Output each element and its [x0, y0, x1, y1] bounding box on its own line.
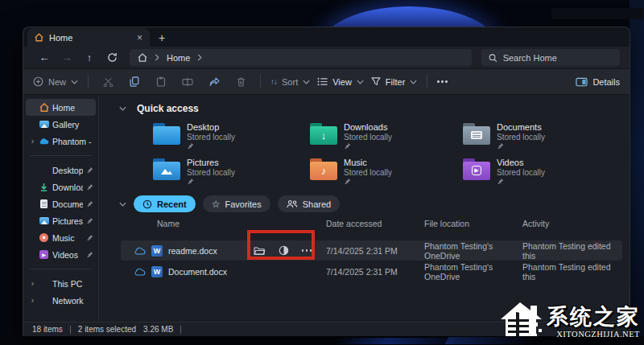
people-icon	[287, 199, 298, 208]
refresh-icon[interactable]	[101, 52, 123, 63]
downloads-icon	[39, 183, 49, 191]
onedrive-status-cloud-icon	[134, 247, 146, 255]
cut-button[interactable]	[98, 77, 118, 87]
toolbar-divider	[427, 75, 427, 88]
view-icon	[317, 77, 328, 86]
status-divider	[70, 326, 71, 334]
collapse-chevron-icon[interactable]	[119, 202, 126, 207]
forward-icon[interactable]: →	[56, 51, 78, 64]
file-row-readme[interactable]: W readme.docx 7/14/2025 2:31 PM Phantom …	[121, 240, 622, 261]
paste-button[interactable]	[151, 76, 171, 87]
tile-subtitle: Stored locally	[187, 168, 235, 177]
breadcrumb-item-home[interactable]: Home	[167, 53, 190, 63]
copy-button[interactable]	[125, 76, 144, 87]
watermark-title: 系统之家	[547, 306, 640, 328]
details-button[interactable]: Details	[576, 77, 620, 87]
tab-bar: Home × +	[23, 27, 630, 47]
chevron-down-icon	[71, 80, 78, 84]
quick-access-tile-pictures[interactable]: Pictures Stored locally	[153, 157, 310, 189]
desktop-icon	[39, 166, 49, 175]
sidebar-item-label: Home	[52, 103, 93, 113]
sidebar-item-pictures[interactable]: Pictures	[26, 212, 96, 229]
share-button[interactable]	[204, 77, 224, 87]
quick-access-header[interactable]: Quick access	[119, 103, 199, 114]
column-header-date[interactable]: Date accessed	[326, 219, 424, 228]
search-box[interactable]	[481, 49, 620, 66]
sidebar-item-desktop[interactable]: Desktop	[26, 162, 96, 179]
sidebar-item-label: Music	[52, 233, 83, 243]
filter-icon	[371, 77, 381, 86]
sidebar-item-gallery[interactable]: Gallery	[26, 116, 96, 133]
wallpaper-right-band	[630, 0, 644, 345]
tab-recent[interactable]: Recent	[134, 195, 196, 212]
quick-access-tile-videos[interactable]: ▶ Videos Stored locally	[463, 157, 620, 189]
new-button[interactable]: New	[33, 76, 78, 87]
new-tab-button[interactable]: +	[150, 31, 174, 47]
expand-chevron-icon[interactable]: ›	[30, 137, 35, 146]
documents-icon	[39, 199, 49, 208]
file-location: Phantom Testing's OneDrive	[424, 262, 522, 281]
tile-subtitle: Stored locally	[344, 168, 392, 177]
pin-icon	[187, 142, 194, 150]
chevron-down-icon	[303, 80, 310, 84]
expand-chevron-icon[interactable]: ›	[30, 296, 35, 305]
toolbar-divider	[260, 75, 261, 88]
quick-access-tile-documents[interactable]: Documents Stored locally	[463, 121, 620, 154]
tab-favorites[interactable]: ☆ Favorites	[203, 195, 270, 212]
search-input[interactable]	[503, 53, 613, 63]
wallpaper-streak	[332, 338, 457, 344]
column-header-name[interactable]: Name	[121, 219, 326, 228]
quick-access-tile-music[interactable]: ♪ Music Stored locally	[310, 157, 463, 189]
watermark-logo	[498, 298, 545, 339]
command-toolbar: New ↑↓ Sort View	[23, 68, 630, 95]
breadcrumb[interactable]: Home	[130, 49, 472, 66]
delete-button[interactable]	[231, 77, 250, 87]
more-options-icon[interactable]	[437, 80, 448, 83]
sidebar-item-documents[interactable]: Documents	[26, 195, 96, 212]
home-icon	[35, 33, 43, 42]
sidebar-item-music[interactable]: Music	[26, 229, 96, 246]
sidebar-item-home[interactable]: Home	[26, 99, 96, 116]
tab-label: Shared	[303, 199, 331, 209]
pin-icon	[497, 178, 504, 185]
explorer-tab-home[interactable]: Home ×	[27, 28, 150, 47]
new-button-label: New	[48, 77, 66, 87]
column-header-location[interactable]: File location	[424, 219, 522, 228]
music-folder-icon: ♪	[310, 158, 337, 180]
expand-chevron-icon[interactable]: ›	[30, 279, 35, 288]
tile-subtitle: Stored locally	[344, 133, 392, 142]
column-header-activity[interactable]: Activity	[522, 219, 622, 228]
sidebar-item-label: Phantom - Perso	[52, 137, 93, 146]
view-button[interactable]: View	[317, 77, 364, 87]
file-activity: Phantom Testing edited this	[522, 241, 622, 261]
sidebar-item-videos[interactable]: ▶ Videos	[26, 246, 96, 263]
window-content: Home Gallery › Phantom - Perso	[23, 95, 630, 322]
file-row-document[interactable]: W Document.docx 7/14/2025 2:31 PM Phanto…	[121, 261, 622, 281]
quick-access-tile-desktop[interactable]: Desktop Stored locally	[153, 121, 310, 154]
trash-icon	[237, 77, 246, 87]
toolbar-divider	[88, 75, 89, 88]
filter-button-label: Filter	[386, 77, 405, 87]
pin-icon	[187, 178, 194, 185]
sidebar-item-label: Pictures	[52, 216, 83, 226]
status-selection-size: 3.26 MB	[143, 325, 173, 334]
sidebar-item-network[interactable]: › Network	[26, 292, 96, 309]
sidebar-item-label: Videos	[52, 250, 83, 260]
plus-circle-icon	[33, 76, 43, 87]
tab-shared[interactable]: Shared	[278, 195, 340, 212]
annotation-highlight-box	[247, 230, 315, 260]
tile-name: Music	[344, 158, 392, 167]
rename-button[interactable]	[178, 77, 197, 87]
filter-button[interactable]: Filter	[371, 77, 417, 87]
file-location: Phantom Testing's OneDrive	[424, 241, 522, 261]
sidebar-item-onedrive[interactable]: › Phantom - Perso	[26, 133, 96, 150]
collapse-chevron-icon[interactable]	[119, 106, 126, 111]
up-icon[interactable]: ↑	[78, 51, 101, 64]
sidebar-item-downloads[interactable]: Downloads	[26, 179, 96, 195]
back-icon[interactable]: ←	[33, 51, 56, 64]
quick-access-tile-downloads[interactable]: ↓ Downloads Stored locally	[310, 121, 463, 154]
tab-close-icon[interactable]: ×	[137, 33, 142, 43]
rename-icon	[182, 77, 193, 87]
sort-button[interactable]: ↑↓ Sort	[270, 77, 310, 87]
sidebar-item-this-pc[interactable]: › This PC	[26, 275, 96, 292]
